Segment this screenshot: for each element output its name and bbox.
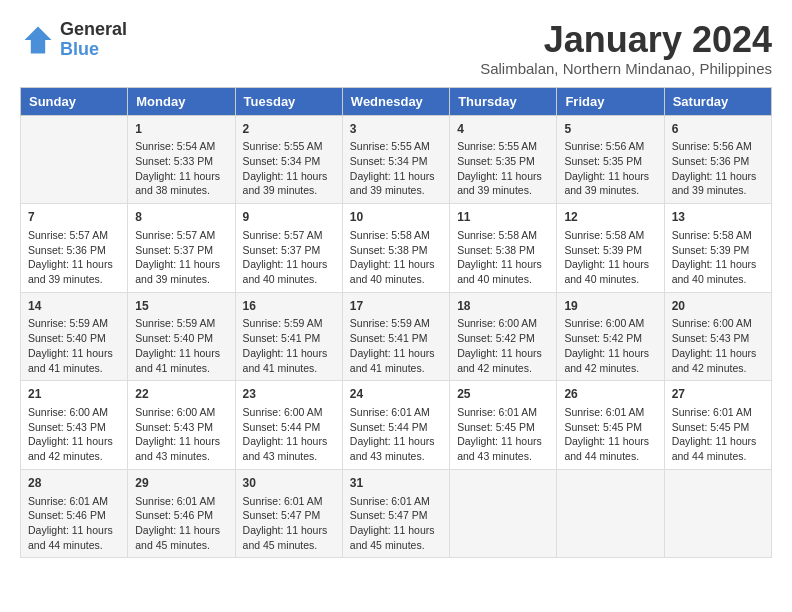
calendar-cell: 4Sunrise: 5:55 AM Sunset: 5:35 PM Daylig… (450, 115, 557, 204)
calendar-cell: 25Sunrise: 6:01 AM Sunset: 5:45 PM Dayli… (450, 381, 557, 470)
day-info: Sunrise: 5:55 AM Sunset: 5:34 PM Dayligh… (350, 139, 442, 198)
day-number: 2 (243, 121, 335, 138)
column-header-monday: Monday (128, 87, 235, 115)
day-info: Sunrise: 6:01 AM Sunset: 5:47 PM Dayligh… (243, 494, 335, 553)
day-info: Sunrise: 6:01 AM Sunset: 5:45 PM Dayligh… (457, 405, 549, 464)
day-info: Sunrise: 5:58 AM Sunset: 5:38 PM Dayligh… (457, 228, 549, 287)
calendar-cell (450, 469, 557, 558)
day-number: 8 (135, 209, 227, 226)
page-header: General Blue January 2024 Salimbalan, No… (20, 20, 772, 77)
day-info: Sunrise: 5:57 AM Sunset: 5:37 PM Dayligh… (135, 228, 227, 287)
column-header-friday: Friday (557, 87, 664, 115)
calendar-cell: 20Sunrise: 6:00 AM Sunset: 5:43 PM Dayli… (664, 292, 771, 381)
day-info: Sunrise: 5:55 AM Sunset: 5:35 PM Dayligh… (457, 139, 549, 198)
day-info: Sunrise: 5:55 AM Sunset: 5:34 PM Dayligh… (243, 139, 335, 198)
week-row-1: 1Sunrise: 5:54 AM Sunset: 5:33 PM Daylig… (21, 115, 772, 204)
column-header-tuesday: Tuesday (235, 87, 342, 115)
calendar-cell: 19Sunrise: 6:00 AM Sunset: 5:42 PM Dayli… (557, 292, 664, 381)
day-info: Sunrise: 5:57 AM Sunset: 5:37 PM Dayligh… (243, 228, 335, 287)
calendar-cell: 2Sunrise: 5:55 AM Sunset: 5:34 PM Daylig… (235, 115, 342, 204)
calendar-cell: 11Sunrise: 5:58 AM Sunset: 5:38 PM Dayli… (450, 204, 557, 293)
calendar-cell: 30Sunrise: 6:01 AM Sunset: 5:47 PM Dayli… (235, 469, 342, 558)
day-number: 6 (672, 121, 764, 138)
calendar-cell: 27Sunrise: 6:01 AM Sunset: 5:45 PM Dayli… (664, 381, 771, 470)
day-number: 30 (243, 475, 335, 492)
day-info: Sunrise: 6:01 AM Sunset: 5:46 PM Dayligh… (135, 494, 227, 553)
calendar-cell (21, 115, 128, 204)
day-number: 31 (350, 475, 442, 492)
day-info: Sunrise: 5:58 AM Sunset: 5:38 PM Dayligh… (350, 228, 442, 287)
day-info: Sunrise: 6:00 AM Sunset: 5:43 PM Dayligh… (28, 405, 120, 464)
calendar-cell: 24Sunrise: 6:01 AM Sunset: 5:44 PM Dayli… (342, 381, 449, 470)
calendar-cell: 28Sunrise: 6:01 AM Sunset: 5:46 PM Dayli… (21, 469, 128, 558)
day-info: Sunrise: 6:01 AM Sunset: 5:46 PM Dayligh… (28, 494, 120, 553)
day-info: Sunrise: 5:58 AM Sunset: 5:39 PM Dayligh… (672, 228, 764, 287)
day-number: 22 (135, 386, 227, 403)
day-info: Sunrise: 6:00 AM Sunset: 5:43 PM Dayligh… (135, 405, 227, 464)
day-number: 11 (457, 209, 549, 226)
day-info: Sunrise: 5:59 AM Sunset: 5:40 PM Dayligh… (28, 316, 120, 375)
logo: General Blue (20, 20, 127, 60)
calendar-cell: 29Sunrise: 6:01 AM Sunset: 5:46 PM Dayli… (128, 469, 235, 558)
column-header-wednesday: Wednesday (342, 87, 449, 115)
calendar-header: SundayMondayTuesdayWednesdayThursdayFrid… (21, 87, 772, 115)
calendar-cell: 16Sunrise: 5:59 AM Sunset: 5:41 PM Dayli… (235, 292, 342, 381)
day-info: Sunrise: 5:59 AM Sunset: 5:40 PM Dayligh… (135, 316, 227, 375)
logo-text: General Blue (60, 20, 127, 60)
day-info: Sunrise: 5:58 AM Sunset: 5:39 PM Dayligh… (564, 228, 656, 287)
day-info: Sunrise: 6:01 AM Sunset: 5:47 PM Dayligh… (350, 494, 442, 553)
day-info: Sunrise: 6:01 AM Sunset: 5:45 PM Dayligh… (672, 405, 764, 464)
day-number: 9 (243, 209, 335, 226)
day-number: 10 (350, 209, 442, 226)
calendar-cell: 17Sunrise: 5:59 AM Sunset: 5:41 PM Dayli… (342, 292, 449, 381)
column-header-sunday: Sunday (21, 87, 128, 115)
calendar-cell: 9Sunrise: 5:57 AM Sunset: 5:37 PM Daylig… (235, 204, 342, 293)
column-header-thursday: Thursday (450, 87, 557, 115)
calendar-cell: 22Sunrise: 6:00 AM Sunset: 5:43 PM Dayli… (128, 381, 235, 470)
day-info: Sunrise: 6:00 AM Sunset: 5:42 PM Dayligh… (564, 316, 656, 375)
day-number: 28 (28, 475, 120, 492)
day-info: Sunrise: 6:00 AM Sunset: 5:44 PM Dayligh… (243, 405, 335, 464)
day-number: 23 (243, 386, 335, 403)
day-number: 24 (350, 386, 442, 403)
day-number: 12 (564, 209, 656, 226)
calendar-cell: 5Sunrise: 5:56 AM Sunset: 5:35 PM Daylig… (557, 115, 664, 204)
header-row: SundayMondayTuesdayWednesdayThursdayFrid… (21, 87, 772, 115)
day-number: 14 (28, 298, 120, 315)
day-number: 27 (672, 386, 764, 403)
day-info: Sunrise: 5:59 AM Sunset: 5:41 PM Dayligh… (243, 316, 335, 375)
calendar-cell: 13Sunrise: 5:58 AM Sunset: 5:39 PM Dayli… (664, 204, 771, 293)
calendar-cell: 18Sunrise: 6:00 AM Sunset: 5:42 PM Dayli… (450, 292, 557, 381)
title-block: January 2024 Salimbalan, Northern Mindan… (480, 20, 772, 77)
calendar-cell: 15Sunrise: 5:59 AM Sunset: 5:40 PM Dayli… (128, 292, 235, 381)
day-info: Sunrise: 5:57 AM Sunset: 5:36 PM Dayligh… (28, 228, 120, 287)
day-number: 25 (457, 386, 549, 403)
day-number: 19 (564, 298, 656, 315)
calendar-cell: 6Sunrise: 5:56 AM Sunset: 5:36 PM Daylig… (664, 115, 771, 204)
calendar-cell: 1Sunrise: 5:54 AM Sunset: 5:33 PM Daylig… (128, 115, 235, 204)
day-number: 1 (135, 121, 227, 138)
calendar-cell: 10Sunrise: 5:58 AM Sunset: 5:38 PM Dayli… (342, 204, 449, 293)
calendar-subtitle: Salimbalan, Northern Mindanao, Philippin… (480, 60, 772, 77)
day-number: 18 (457, 298, 549, 315)
day-number: 3 (350, 121, 442, 138)
day-number: 5 (564, 121, 656, 138)
week-row-2: 7Sunrise: 5:57 AM Sunset: 5:36 PM Daylig… (21, 204, 772, 293)
day-number: 15 (135, 298, 227, 315)
day-number: 26 (564, 386, 656, 403)
day-info: Sunrise: 5:59 AM Sunset: 5:41 PM Dayligh… (350, 316, 442, 375)
calendar-cell: 12Sunrise: 5:58 AM Sunset: 5:39 PM Dayli… (557, 204, 664, 293)
day-number: 4 (457, 121, 549, 138)
week-row-3: 14Sunrise: 5:59 AM Sunset: 5:40 PM Dayli… (21, 292, 772, 381)
day-info: Sunrise: 5:56 AM Sunset: 5:35 PM Dayligh… (564, 139, 656, 198)
day-number: 7 (28, 209, 120, 226)
calendar-cell: 14Sunrise: 5:59 AM Sunset: 5:40 PM Dayli… (21, 292, 128, 381)
week-row-4: 21Sunrise: 6:00 AM Sunset: 5:43 PM Dayli… (21, 381, 772, 470)
calendar-cell (557, 469, 664, 558)
calendar-cell: 26Sunrise: 6:01 AM Sunset: 5:45 PM Dayli… (557, 381, 664, 470)
calendar-cell: 31Sunrise: 6:01 AM Sunset: 5:47 PM Dayli… (342, 469, 449, 558)
column-header-saturday: Saturday (664, 87, 771, 115)
day-number: 20 (672, 298, 764, 315)
day-info: Sunrise: 6:01 AM Sunset: 5:44 PM Dayligh… (350, 405, 442, 464)
day-info: Sunrise: 6:00 AM Sunset: 5:42 PM Dayligh… (457, 316, 549, 375)
